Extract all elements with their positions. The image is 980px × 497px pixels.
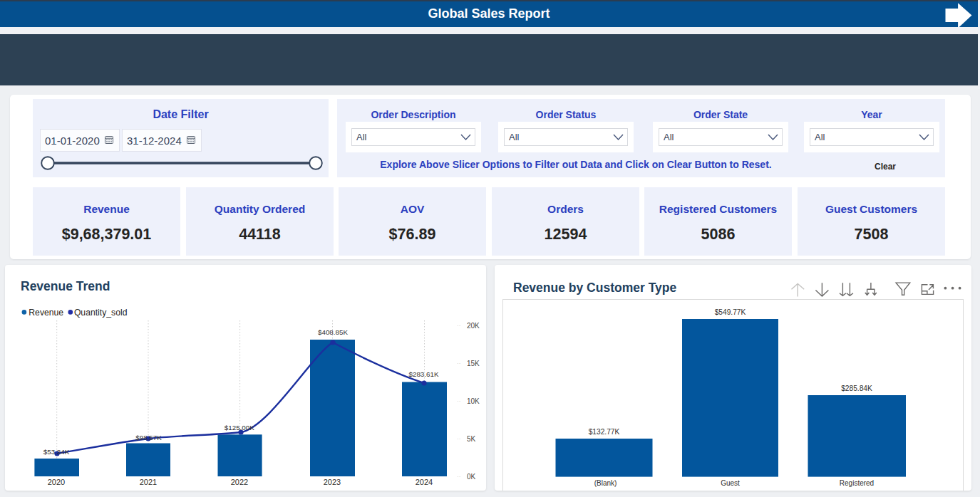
svg-text:15K: 15K [467,360,480,367]
svg-text:··: ·· [457,436,460,442]
svg-text:2023: 2023 [324,478,341,486]
svg-text:0K: 0K [467,473,476,481]
svg-text:··: ·· [457,323,460,329]
svg-text:20K: 20K [467,322,480,330]
svg-text:··: ·· [457,360,460,367]
svg-text:10K: 10K [467,397,480,405]
svg-text:Registered: Registered [840,479,874,487]
svg-text:$98.57K: $98.57K [135,434,162,441]
svg-text:Guest: Guest [721,479,740,487]
svg-text:··: ·· [457,398,460,404]
svg-text:2022: 2022 [231,478,248,486]
svg-text:Quantity_sold: Quantity_sold [74,308,128,318]
svg-text:$408.85K: $408.85K [318,328,348,336]
svg-text:$125.00K: $125.00K [225,424,254,431]
svg-text:$549.77K: $549.77K [715,308,746,316]
svg-text:5K: 5K [467,435,476,443]
svg-text:$53.24K: $53.24K [43,448,70,456]
svg-text:$132.77K: $132.77K [589,428,620,436]
svg-text:2020: 2020 [48,478,65,486]
svg-text:2021: 2021 [140,478,157,486]
svg-text:$285.84K: $285.84K [841,384,872,392]
svg-text:Revenue: Revenue [29,308,63,318]
svg-text:2024: 2024 [416,478,433,486]
svg-text:$283.61K: $283.61K [409,370,439,378]
svg-text:··: ·· [457,474,460,480]
svg-text:(Blank): (Blank) [594,479,617,487]
